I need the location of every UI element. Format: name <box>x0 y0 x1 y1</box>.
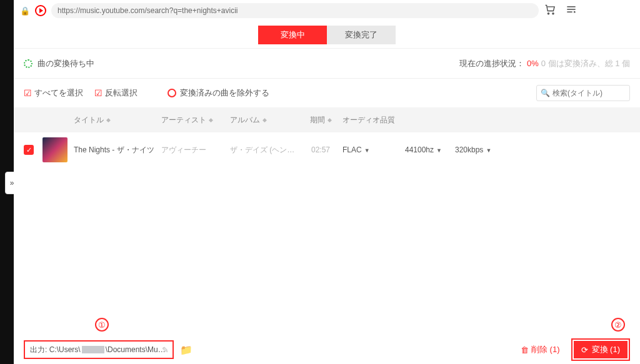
edit-icon[interactable]: ✎ <box>162 345 169 355</box>
delete-button[interactable]: 🗑 削除 (1) <box>521 344 560 355</box>
row-title: The Nights - ザ・ナイツ <box>74 145 161 155</box>
col-duration[interactable]: 期間◆ <box>299 115 342 125</box>
output-path-box[interactable]: 出力: C:\Users\ \Documents\Mu… ✎ <box>24 340 174 359</box>
exclude-label: 変換済みの曲を除外する <box>180 87 269 99</box>
progress-summary: 0 個は変換済み、総 1 個 <box>541 58 630 69</box>
table-header: タイトル◆ アーティスト◆ アルバム◆ 期間◆ オーディオ品質 <box>14 107 640 132</box>
row-duration: 02:57 <box>299 145 342 154</box>
search-input[interactable] <box>552 89 640 97</box>
status-row: 曲の変換待ち中 現在の進捗状況： 0% 0 個は変換済み、総 1 個 <box>14 49 640 79</box>
address-url: https://music.youtube.com/search?q=the+n… <box>58 6 238 15</box>
col-artist[interactable]: アーティスト◆ <box>161 115 230 125</box>
circle-icon <box>168 89 176 97</box>
progress-value: 0% <box>527 59 539 68</box>
col-album[interactable]: アルバム◆ <box>230 115 299 125</box>
row-album: ザ・デイズ (ヘン… <box>230 145 299 155</box>
address-bar[interactable]: https://music.youtube.com/search?q=the+n… <box>51 3 539 18</box>
checkbox-icon: ☑ <box>24 88 32 98</box>
select-all-label: すべてを選択 <box>34 87 83 99</box>
row-artist: アヴィーチー <box>161 145 230 155</box>
lock-icon: 🔒 <box>20 6 30 16</box>
album-art <box>42 137 68 162</box>
col-quality: オーディオ品質 <box>342 115 405 125</box>
left-panel-collapsed: » <box>0 0 14 364</box>
progress-label: 現在の進捗状況： <box>459 58 524 69</box>
convert-button[interactable]: ⟳ 変換 (1) <box>574 341 628 358</box>
refresh-icon: ⟳ <box>581 345 588 355</box>
annotation-2: ② <box>611 318 625 332</box>
table-row[interactable]: ✓ The Nights - ザ・ナイツ アヴィーチー ザ・デイズ (ヘン… 0… <box>14 132 640 167</box>
search-box[interactable]: 🔍 <box>536 85 630 101</box>
open-folder-icon[interactable]: 📁 <box>180 344 192 356</box>
status-label: 曲の変換待ち中 <box>38 58 94 69</box>
convert-button-frame: ⟳ 変換 (1) <box>571 338 631 361</box>
convert-label: 変換 (1) <box>592 344 621 355</box>
tab-segment: 変換中 変換完了 <box>258 26 396 44</box>
output-suffix: \Documents\Mu… <box>106 345 166 354</box>
row-checkbox[interactable]: ✓ <box>24 145 34 155</box>
chevron-down-icon: ▼ <box>364 147 370 154</box>
tab-bar: 変換中 変換完了 <box>14 21 640 49</box>
row-hz-dropdown[interactable]: 44100hz▼ <box>405 145 455 154</box>
invert-label: 反転選択 <box>105 87 138 99</box>
svg-point-1 <box>552 12 554 14</box>
toolbar-icons <box>544 3 578 19</box>
exclude-converted-button[interactable]: 変換済みの曲を除外する <box>168 87 269 99</box>
sort-icon: ◆ <box>328 118 332 122</box>
delete-label: 削除 (1) <box>531 344 560 355</box>
address-bar-row: 🔒 https://music.youtube.com/search?q=the… <box>14 0 640 21</box>
row-kbps-dropdown[interactable]: 320kbps▼ <box>455 145 505 154</box>
sort-icon: ◆ <box>106 118 111 122</box>
spinner-icon <box>24 59 32 68</box>
chevron-down-icon: ▼ <box>486 147 491 154</box>
annotation-1: ① <box>95 318 109 332</box>
bottom-bar: 出力: C:\Users\ \Documents\Mu… ✎ 📁 🗑 削除 (1… <box>14 335 640 364</box>
search-icon: 🔍 <box>541 89 550 97</box>
invert-selection-button[interactable]: ☑ 反転選択 <box>94 87 138 99</box>
trash-icon: 🗑 <box>521 345 529 355</box>
main-panel: 🔒 https://music.youtube.com/search?q=the… <box>14 0 640 364</box>
output-prefix: 出力: C:\Users\ <box>30 345 81 355</box>
controls-row: ☑ すべてを選択 ☑ 反転選択 変換済みの曲を除外する 🔍 <box>14 79 640 107</box>
col-title[interactable]: タイトル◆ <box>74 115 161 125</box>
tab-converting[interactable]: 変換中 <box>258 26 327 44</box>
queue-icon[interactable] <box>565 3 578 19</box>
row-format-dropdown[interactable]: FLAC▼ <box>342 145 405 154</box>
tab-done[interactable]: 変換完了 <box>327 26 396 44</box>
checkbox-icon: ☑ <box>94 88 102 98</box>
status-right: 現在の進捗状況： 0% 0 個は変換済み、総 1 個 <box>459 58 630 69</box>
chevron-down-icon: ▼ <box>436 147 442 154</box>
sort-icon: ◆ <box>209 118 213 122</box>
cart-icon[interactable] <box>544 3 556 19</box>
sort-icon: ◆ <box>262 118 267 122</box>
select-all-button[interactable]: ☑ すべてを選択 <box>24 87 83 99</box>
redacted-text <box>82 346 104 353</box>
youtube-music-icon <box>35 5 46 16</box>
svg-point-0 <box>548 12 549 14</box>
